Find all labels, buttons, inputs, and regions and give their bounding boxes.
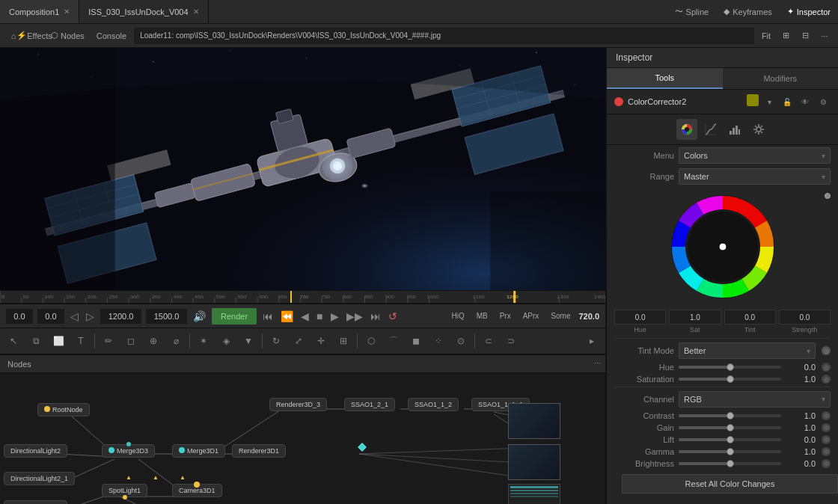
- saturation-slider-track[interactable]: [679, 378, 781, 381]
- inspector-btn[interactable]: ✦ Inspector: [780, 0, 838, 23]
- channel-select[interactable]: RGB Red Green Blue Alpha: [684, 395, 822, 404]
- loop-btn[interactable]: ↺: [387, 310, 399, 322]
- node-rootnode[interactable]: RootNode: [37, 403, 90, 417]
- reset-all-color-btn[interactable]: Reset All Color Changes: [622, 474, 838, 494]
- node-spotlight1[interactable]: SpotLight1: [102, 484, 147, 497]
- render-btn[interactable]: Render: [212, 308, 257, 325]
- color-wheel[interactable]: [670, 194, 775, 299]
- node-merge3d1[interactable]: Merge3D1: [172, 444, 225, 458]
- tint-mode-dropdown[interactable]: Better Normal ▾: [679, 342, 816, 359]
- rectangle-tool[interactable]: ⬜: [48, 331, 69, 351]
- histogram-icon-btn[interactable]: [724, 119, 745, 140]
- scene-tool[interactable]: ⊃: [501, 331, 522, 351]
- hue-value-input[interactable]: [614, 310, 666, 325]
- eraser-tool[interactable]: ◻: [120, 331, 141, 351]
- tint-value-input[interactable]: [724, 310, 776, 325]
- particle-tool[interactable]: ⁘: [428, 331, 449, 351]
- menu-dropdown[interactable]: Colors Levels Curves ▾: [679, 147, 831, 164]
- tab-tools[interactable]: Tools: [607, 68, 723, 89]
- stop-btn[interactable]: ■: [315, 310, 324, 322]
- saturation-slider-reset[interactable]: ◎: [822, 375, 831, 384]
- wand-tool[interactable]: ✶: [193, 331, 214, 351]
- step-fwd-btn[interactable]: ▶▶: [345, 310, 364, 322]
- tracker-tool[interactable]: ⊙: [450, 331, 471, 351]
- curves-icon-btn[interactable]: [700, 119, 721, 140]
- node-color-btn[interactable]: [747, 94, 759, 106]
- poly-tool[interactable]: ⬡: [361, 331, 382, 351]
- settings-icon-btn[interactable]: [748, 119, 769, 140]
- next-frame-btn[interactable]: ▷: [85, 310, 96, 322]
- extra-tool[interactable]: ▸: [581, 331, 602, 351]
- channel-dropdown[interactable]: RGB Red Green Blue Alpha ▾: [679, 391, 831, 408]
- skip-end-btn[interactable]: ⏭: [369, 310, 382, 322]
- lift-reset[interactable]: ◎: [822, 435, 831, 444]
- hiq-btn[interactable]: HiQ: [447, 310, 468, 322]
- console-btn[interactable]: Console: [92, 27, 131, 45]
- brightness-reset[interactable]: ◎: [822, 459, 831, 468]
- copy-tool[interactable]: ⧉: [25, 331, 46, 351]
- view-grid-btn[interactable]: ⊞: [777, 27, 795, 45]
- bucket-tool[interactable]: ▼: [238, 331, 259, 351]
- skip-start-btn[interactable]: ⏮: [261, 310, 275, 322]
- node-dirlight2_1[interactable]: DirectionalLight2_1: [4, 472, 75, 485]
- node-settings-btn[interactable]: ⚙: [816, 94, 831, 109]
- frame-current-input[interactable]: [100, 309, 141, 324]
- gamma-thumb[interactable]: [727, 448, 734, 455]
- audio-btn[interactable]: 🔊: [192, 310, 207, 322]
- hue-slider-track[interactable]: [679, 366, 781, 369]
- hue-slider-reset[interactable]: ◎: [822, 363, 831, 372]
- range-dropdown[interactable]: Master Shadows Midtones Highlights ▾: [679, 168, 831, 185]
- node-camera3d[interactable]: Camera3D1: [172, 484, 222, 497]
- contrast-slider-track[interactable]: [679, 414, 781, 417]
- node-visibility-btn[interactable]: 👁: [798, 94, 813, 109]
- node-ssao1_1_2[interactable]: SSAO1_1_2: [408, 398, 459, 411]
- lift-slider-track[interactable]: [679, 438, 781, 441]
- lift-thumb[interactable]: [727, 436, 734, 443]
- time-start-input[interactable]: [6, 309, 33, 324]
- node-expand-btn[interactable]: ▾: [762, 94, 777, 109]
- tint-mode-select[interactable]: Better Normal: [684, 346, 807, 355]
- node-ssao1_2_1[interactable]: SSAO1_2_1: [344, 398, 395, 411]
- paint-tool[interactable]: ✏: [98, 331, 119, 351]
- effects-btn[interactable]: ⚡ Effects: [25, 27, 43, 45]
- attach-tool[interactable]: ⊂: [478, 331, 499, 351]
- move-tool[interactable]: ✛: [311, 331, 331, 351]
- step-rev-btn[interactable]: ◀: [299, 310, 311, 322]
- node-dirlight1[interactable]: DirectionalLight1: [4, 500, 67, 504]
- text-tool[interactable]: T: [70, 331, 91, 351]
- play-btn[interactable]: ▶: [329, 310, 340, 322]
- range-select[interactable]: Master Shadows Midtones Highlights: [684, 172, 822, 181]
- node-merge3d3[interactable]: Merge3D3: [102, 444, 155, 458]
- step-back-btn[interactable]: ⏪: [279, 310, 295, 322]
- node-dirlight2[interactable]: DirectionalLight2: [4, 444, 67, 458]
- keyframes-btn[interactable]: ◆ Keyframes: [716, 0, 780, 23]
- prx-btn[interactable]: Prx: [496, 310, 515, 322]
- color-wheel-icon-btn[interactable]: [676, 119, 697, 140]
- tab-iss030-close[interactable]: ✕: [193, 7, 199, 16]
- frame-end-input[interactable]: [146, 309, 187, 324]
- nodes-btn[interactable]: ⬡ Nodes: [46, 27, 89, 45]
- mb-btn[interactable]: MB: [473, 310, 492, 322]
- scale-tool[interactable]: ⤢: [288, 331, 309, 351]
- brush-tool[interactable]: ⌀: [165, 331, 186, 351]
- brightness-thumb[interactable]: [727, 460, 734, 467]
- node-lock-btn[interactable]: 🔓: [780, 94, 795, 109]
- stamp-tool[interactable]: ⊕: [143, 331, 164, 351]
- contrast-reset[interactable]: ◎: [822, 411, 831, 420]
- fit-btn[interactable]: Fit: [757, 27, 775, 45]
- tab-modifiers[interactable]: Modifiers: [723, 68, 839, 89]
- eyedrop-tool[interactable]: ◈: [215, 331, 236, 351]
- menu-select[interactable]: Colors Levels Curves: [684, 151, 822, 160]
- rotate-tool[interactable]: ↻: [266, 331, 287, 351]
- nodes-canvas[interactable]: RootNode DirectionalLight2 DirectionalLi…: [0, 373, 605, 504]
- node-renderer3d3[interactable]: Renderer3D_3: [269, 398, 327, 411]
- wheel-corner-indicator[interactable]: [825, 193, 831, 199]
- timeline-bar[interactable]: 0 50 100 150 200 250 300 350 400: [0, 290, 605, 304]
- nodes-more-btn[interactable]: ···: [594, 358, 601, 367]
- view-more-btn[interactable]: ···: [816, 27, 834, 45]
- spline-btn[interactable]: 〜 Spline: [667, 0, 717, 23]
- gamma-reset[interactable]: ◎: [822, 447, 831, 456]
- contrast-thumb[interactable]: [727, 412, 734, 420]
- tab-composition1[interactable]: Composition1 ✕: [0, 0, 79, 23]
- time-offset-input[interactable]: [37, 309, 64, 324]
